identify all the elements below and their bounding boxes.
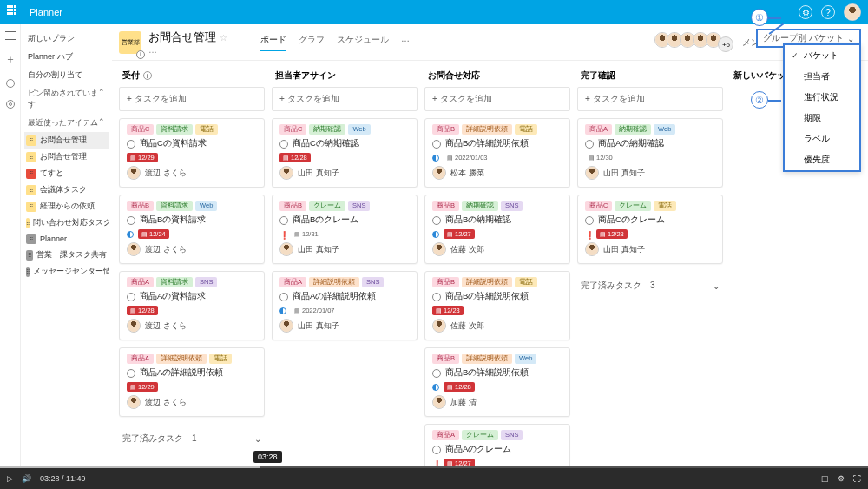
nav-assigned-icon[interactable] — [6, 100, 15, 109]
card-tag: Web — [348, 124, 370, 135]
task-card[interactable]: 商品B詳細説明依頼電話 商品Bの詳細説明依頼 2022/01/03 松本 勝菜 — [424, 118, 570, 188]
bucket-title: 受付i — [119, 68, 265, 87]
add-task-button[interactable]: タスクを追加 — [424, 87, 570, 111]
card-tag: SNS — [501, 201, 523, 211]
card-tag: 商品C — [279, 124, 306, 135]
seek-bar[interactable] — [0, 466, 868, 468]
complete-circle[interactable] — [279, 293, 288, 301]
assignee: 山田 真知子 — [585, 166, 715, 180]
task-card[interactable]: 商品C資料請求電話 商品Cの資料請求 12/29 渡辺 さくら — [119, 118, 265, 188]
task-card[interactable]: 商品Cクレーム電話 商品Cのクレーム ❗12/28 山田 真知子 — [577, 195, 723, 264]
app-launcher-icon[interactable] — [7, 5, 21, 19]
card-title: 商品Cの納期確認 — [293, 138, 359, 149]
complete-circle[interactable] — [127, 293, 135, 301]
complete-circle[interactable] — [585, 216, 594, 225]
completed-toggle[interactable]: 完了済みタスク 1⌄ — [119, 427, 265, 450]
due-date: 12/28 — [596, 229, 628, 239]
plan-item-label: 営業一課タスク共有 — [36, 249, 107, 261]
hub-link[interactable]: Planner ハブ — [24, 48, 108, 66]
add-task-button[interactable]: タスクを追加 — [577, 87, 723, 111]
card-title: 商品Bの詳細説明依頼 — [445, 291, 529, 302]
new-plan-link[interactable]: 新しいプラン — [24, 30, 108, 48]
sidebar-plan-item[interactable]: ⠿お問合せ管理 — [24, 132, 108, 149]
settings-video-icon[interactable]: ⚙ — [838, 474, 845, 483]
info-icon[interactable]: i — [143, 71, 152, 80]
assignee: 松本 勝菜 — [432, 166, 562, 180]
plan-item-label: Planner — [40, 235, 67, 243]
tab-chart[interactable]: グラフ — [299, 34, 325, 51]
pinned-section[interactable]: ピン留めされています⌃ — [24, 84, 108, 114]
sidebar-plan-item[interactable]: ⠿メッセージセンター情… — [24, 263, 108, 280]
due-date: 2022/01/07 — [291, 306, 339, 315]
dropdown-item[interactable]: 進行状況 — [785, 87, 859, 108]
complete-circle[interactable] — [279, 216, 288, 225]
sidebar-plan-item[interactable]: ⠿会議体タスク — [24, 182, 108, 198]
recent-section[interactable]: 最近使ったアイテム⌃ — [24, 114, 108, 132]
tab-schedule[interactable]: スケジュール — [337, 34, 389, 51]
complete-circle[interactable] — [432, 446, 441, 454]
task-card[interactable]: 商品B納期確認SNS 商品Bの納期確認 12/27 佐藤 次郎 — [424, 195, 570, 264]
member-avatars[interactable]: +6 — [660, 32, 734, 53]
task-card[interactable]: 商品C納期確認Web 商品Cの納期確認 12/28 山田 真知子 — [272, 118, 418, 188]
add-task-button[interactable]: タスクを追加 — [119, 87, 265, 111]
tab-more[interactable]: … — [401, 34, 410, 51]
assigned-link[interactable]: 自分の割り当て — [24, 66, 108, 84]
help-icon[interactable]: ? — [821, 5, 835, 19]
card-tag: 商品A — [127, 354, 154, 364]
star-icon[interactable]: ☆ — [220, 33, 227, 43]
tab-board[interactable]: ボード — [260, 34, 286, 51]
task-card[interactable]: 商品A資料請求SNS 商品Aの資料請求 12/28 渡辺 さくら — [119, 271, 265, 340]
assignee-avatar — [585, 242, 599, 256]
settings-icon[interactable]: ⚙ — [799, 5, 812, 19]
task-card[interactable]: 商品AクレームSNS 商品Aのクレーム ❗12/27 木村 結衣 — [424, 424, 570, 466]
card-title: 商品Cのクレーム — [598, 215, 665, 226]
content-area: 営業部 i お問合せ管理☆ … ボード グラフ スケジュール … — [112, 24, 868, 466]
user-avatar[interactable] — [844, 3, 861, 21]
dropdown-item[interactable]: 期限 — [785, 108, 859, 129]
nav-add-icon[interactable]: ＋ — [5, 52, 16, 67]
card-tag: 電話 — [209, 354, 232, 364]
dropdown-item[interactable]: バケット — [785, 45, 859, 66]
chevron-down-icon: ⌄ — [254, 434, 261, 444]
dropdown-item[interactable]: ラベル — [785, 129, 859, 149]
add-task-button[interactable]: タスクを追加 — [272, 87, 418, 111]
task-card[interactable]: 商品BクレームSNS 商品Bのクレーム ❗12/31 山田 真知子 — [272, 195, 418, 264]
sidebar-plan-item[interactable]: ⠿てすと — [24, 165, 108, 182]
task-card[interactable]: 商品B資料請求Web 商品Bの資料請求 12/24 渡辺 さくら — [119, 195, 265, 264]
complete-circle[interactable] — [432, 216, 441, 225]
sidebar-plan-item[interactable]: ⠿問い合わせ対応タスク — [24, 215, 108, 231]
card-tag: 詳細説明依頼 — [462, 277, 512, 287]
play-icon[interactable]: ▷ — [7, 474, 13, 483]
group-by-dropdown: バケット担当者進行状況期限ラベル優先度 — [783, 43, 861, 172]
complete-circle[interactable] — [585, 140, 594, 149]
sidebar-plan-item[interactable]: ⠿経理からの依頼 — [24, 198, 108, 215]
dropdown-item[interactable]: 担当者 — [785, 66, 859, 87]
sidebar-plan-item[interactable]: ⠿お問合せ管理 — [24, 149, 108, 165]
menu-icon[interactable] — [5, 31, 16, 40]
card-title: 商品Cの資料請求 — [140, 138, 207, 149]
task-card[interactable]: 商品A詳細説明依頼SNS 商品Aの詳細説明依頼 2022/01/07 山田 真知… — [272, 271, 418, 340]
complete-circle[interactable] — [432, 140, 441, 149]
sidebar-plan-item[interactable]: ⠿Planner — [24, 231, 108, 247]
task-card[interactable]: 商品B詳細説明依頼電話 商品Bの詳細説明依頼 12/23 佐藤 次郎 — [424, 271, 570, 340]
dropdown-item[interactable]: 優先度 — [785, 149, 859, 170]
cc-icon[interactable]: ◫ — [821, 474, 829, 483]
task-card[interactable]: 商品B詳細説明依頼Web 商品Bの詳細説明依頼 12/28 加藤 清 — [424, 347, 570, 417]
nav-hub-icon[interactable] — [6, 79, 15, 88]
fullscreen-icon[interactable]: ⛶ — [853, 474, 861, 483]
task-card[interactable]: 商品A納期確認Web 商品Aの納期確認 12/30 山田 真知子 — [577, 118, 723, 188]
plan-item-icon: ⠿ — [26, 218, 30, 228]
due-date: 12/30 — [585, 153, 616, 162]
plan-item-label: お問合せ管理 — [40, 135, 87, 146]
completed-toggle[interactable]: 完了済みタスク 3⌄ — [577, 274, 723, 297]
volume-icon[interactable]: 🔊 — [22, 474, 31, 483]
complete-circle[interactable] — [127, 216, 135, 225]
complete-circle[interactable] — [127, 369, 135, 378]
sidebar-plan-item[interactable]: ⠿営業一課タスク共有 — [24, 247, 108, 263]
complete-circle[interactable] — [279, 140, 288, 149]
complete-circle[interactable] — [432, 369, 441, 378]
task-card[interactable]: 商品A詳細説明依頼電話 商品Aの詳細説明依頼 12/29 渡辺 さくら — [119, 347, 265, 417]
card-tag: 詳細説明依頼 — [462, 124, 512, 135]
complete-circle[interactable] — [432, 293, 441, 301]
complete-circle[interactable] — [127, 140, 135, 149]
